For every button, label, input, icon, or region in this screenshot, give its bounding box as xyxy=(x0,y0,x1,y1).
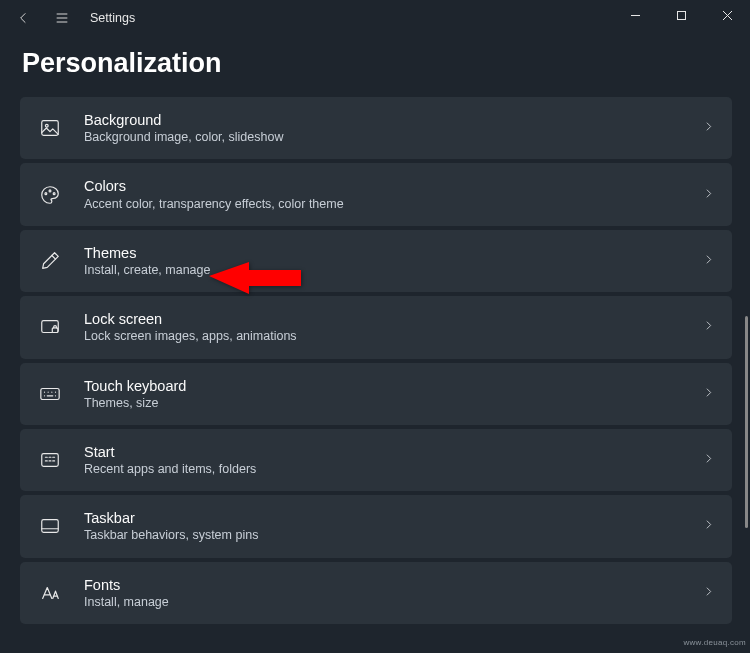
row-subtitle: Themes, size xyxy=(84,395,680,411)
font-icon xyxy=(38,581,62,605)
chevron-right-icon xyxy=(702,451,716,469)
settings-list: Background Background image, color, slid… xyxy=(0,97,750,653)
row-title: Colors xyxy=(84,177,680,195)
minimize-button[interactable] xyxy=(612,0,658,30)
maximize-button[interactable] xyxy=(658,0,704,30)
keyboard-icon xyxy=(38,382,62,406)
row-title: Taskbar xyxy=(84,509,680,527)
page-title: Personalization xyxy=(0,36,750,97)
chevron-right-icon xyxy=(702,186,716,204)
row-title: Lock screen xyxy=(84,310,680,328)
image-icon xyxy=(38,116,62,140)
svg-rect-1 xyxy=(42,121,59,136)
title-bar: Settings xyxy=(0,0,750,36)
row-touch-keyboard[interactable]: Touch keyboard Themes, size xyxy=(20,363,732,425)
row-background[interactable]: Background Background image, color, slid… xyxy=(20,97,732,159)
start-grid-icon xyxy=(38,448,62,472)
chevron-right-icon xyxy=(702,252,716,270)
chevron-right-icon xyxy=(702,385,716,403)
palette-icon xyxy=(38,183,62,207)
row-title: Background xyxy=(84,111,680,129)
paintbrush-icon xyxy=(38,249,62,273)
svg-rect-7 xyxy=(52,328,57,333)
svg-rect-0 xyxy=(677,11,685,19)
row-subtitle: Recent apps and items, folders xyxy=(84,461,680,477)
row-title: Fonts xyxy=(84,576,680,594)
row-subtitle: Background image, color, slideshow xyxy=(84,129,680,145)
chevron-right-icon xyxy=(702,119,716,137)
row-subtitle: Install, create, manage xyxy=(84,262,680,278)
svg-point-2 xyxy=(45,125,48,128)
svg-point-5 xyxy=(53,192,55,194)
lock-screen-icon xyxy=(38,315,62,339)
row-start[interactable]: Start Recent apps and items, folders xyxy=(20,429,732,491)
row-subtitle: Accent color, transparency effects, colo… xyxy=(84,196,680,212)
row-themes[interactable]: Themes Install, create, manage xyxy=(20,230,732,292)
chevron-right-icon xyxy=(702,318,716,336)
svg-rect-8 xyxy=(41,388,59,399)
chevron-right-icon xyxy=(702,517,716,535)
taskbar-icon xyxy=(38,514,62,538)
row-subtitle: Taskbar behaviors, system pins xyxy=(84,527,680,543)
svg-point-3 xyxy=(45,192,47,194)
row-fonts[interactable]: Fonts Install, manage xyxy=(20,562,732,624)
row-title: Themes xyxy=(84,244,680,262)
chevron-right-icon xyxy=(702,584,716,602)
row-title: Start xyxy=(84,443,680,461)
svg-rect-10 xyxy=(42,520,59,533)
row-taskbar[interactable]: Taskbar Taskbar behaviors, system pins xyxy=(20,495,732,557)
row-colors[interactable]: Colors Accent color, transparency effect… xyxy=(20,163,732,225)
row-subtitle: Lock screen images, apps, animations xyxy=(84,328,680,344)
close-button[interactable] xyxy=(704,0,750,30)
back-button[interactable] xyxy=(14,8,34,28)
app-title: Settings xyxy=(90,11,135,25)
row-lock-screen[interactable]: Lock screen Lock screen images, apps, an… xyxy=(20,296,732,358)
scrollbar-thumb[interactable] xyxy=(745,316,748,528)
row-subtitle: Install, manage xyxy=(84,594,680,610)
svg-rect-9 xyxy=(42,454,59,467)
watermark: www.deuaq.com xyxy=(683,638,746,647)
row-title: Touch keyboard xyxy=(84,377,680,395)
svg-point-4 xyxy=(49,190,51,192)
hamburger-menu-button[interactable] xyxy=(52,8,72,28)
